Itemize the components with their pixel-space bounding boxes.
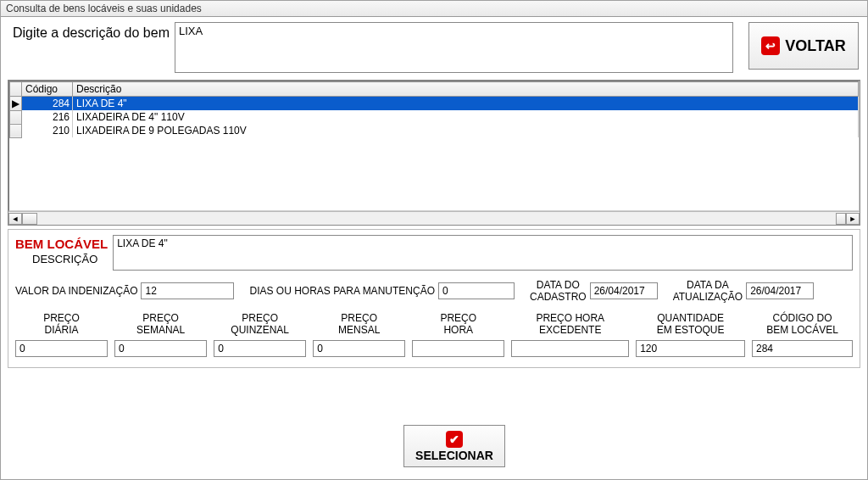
scroll-thumb[interactable] [22,213,37,225]
preco-mensal-label: PREÇO MENSAL [338,313,380,337]
row-marker [10,110,22,124]
preco-quinzenal-field[interactable] [214,340,306,357]
row-marker [10,124,22,137]
bem-locavel-label: BEM LOCÁVEL [15,237,108,251]
search-label: Digite a descrição do bem [13,22,170,41]
cell-descricao: LIXADEIRA DE 9 POLEGADAS 110V [73,124,859,137]
grid-header-codigo[interactable]: Código [22,82,73,97]
table-row[interactable]: 216LIXADEIRA DE 4" 110V [10,110,859,124]
descricao-label: DESCRIÇÃO [15,253,108,265]
quantidade-estoque-group: QUANTIDADE EM ESTOQUE [636,313,745,357]
cell-codigo: 210 [22,124,73,137]
preco-diaria-field[interactable] [15,340,108,357]
codigo-bem-locavel-field[interactable] [752,340,853,357]
grid-header-marker[interactable] [10,82,22,97]
row-marker: ▶ [10,97,22,111]
data-atualizacao-field[interactable] [746,282,814,299]
manutencao-label: DIAS OU HORAS PARA MANUTENÇÃO [249,285,434,297]
preco-hora-excedente-group: PREÇO HORA EXCEDENTE [511,313,629,357]
cell-descricao: LIXA DE 4" [73,97,859,111]
selecionar-label: SELECIONAR [415,449,493,462]
data-cadastro-field[interactable] [590,282,658,299]
grid-hscrollbar[interactable]: ◄ ► [8,211,860,225]
preco-quinzenal-group: PREÇO QUINZENAL [214,313,306,357]
preco-diaria-label: PREÇO DIÁRIA [43,313,80,337]
cell-codigo: 284 [22,97,73,111]
preco-hora-field[interactable] [412,340,504,357]
data-atualizacao-label: DATA DA ATUALIZAÇÃO [673,279,743,303]
preco-mensal-field[interactable] [313,340,405,357]
codigo-bem-locavel-label: CÓDIGO DO BEM LOCÁVEL [766,313,838,337]
quantidade-estoque-field[interactable] [636,340,745,357]
voltar-label: VOLTAR [785,37,845,55]
search-input[interactable] [175,22,733,73]
data-cadastro-label: DATA DO CADASTRO [530,279,587,303]
quantidade-estoque-label: QUANTIDADE EM ESTOQUE [657,313,725,337]
preco-mensal-group: PREÇO MENSAL [313,313,405,357]
scroll-right-icon[interactable]: ► [846,213,860,225]
results-grid[interactable]: Código Descrição ▶284LIXA DE 4"216LIXADE… [8,80,860,226]
preco-diaria-group: PREÇO DIÁRIA [15,313,108,357]
preco-hora-excedente-field[interactable] [511,340,629,357]
preco-semanal-label: PREÇO SEMANAL [136,313,185,337]
cell-codigo: 216 [22,110,73,124]
descricao-field[interactable] [113,235,853,271]
selecionar-button[interactable]: ✔ SELECIONAR [403,425,505,467]
preco-quinzenal-label: PREÇO QUINZENAL [231,313,289,337]
grid-header-descricao[interactable]: Descrição [73,82,859,97]
cell-descricao: LIXADEIRA DE 4" 110V [73,110,859,124]
manutencao-field[interactable] [438,282,515,299]
table-row[interactable]: 210LIXADEIRA DE 9 POLEGADAS 110V [10,124,859,137]
indenizacao-label: VALOR DA INDENIZAÇÃO [15,285,137,297]
window-title: Consulta de bens locáveis e suas unidade… [1,1,867,17]
scroll-right-thumb[interactable] [836,213,846,225]
detail-panel: BEM LOCÁVEL DESCRIÇÃO VALOR DA INDENIZAÇ… [8,229,860,368]
preco-semanal-group: PREÇO SEMANAL [114,313,207,357]
scroll-left-icon[interactable]: ◄ [8,213,22,225]
preco-hora-label: PREÇO HORA [440,313,476,337]
preco-hora-group: PREÇO HORA [412,313,504,357]
check-icon: ✔ [446,431,463,448]
preco-semanal-field[interactable] [114,340,207,357]
indenizacao-field[interactable] [141,282,234,299]
codigo-bem-locavel-group: CÓDIGO DO BEM LOCÁVEL [752,313,853,357]
back-icon: ↩ [761,36,780,55]
preco-hora-excedente-label: PREÇO HORA EXCEDENTE [536,313,604,337]
voltar-button[interactable]: ↩ VOLTAR [748,22,859,70]
table-row[interactable]: ▶284LIXA DE 4" [10,97,859,111]
